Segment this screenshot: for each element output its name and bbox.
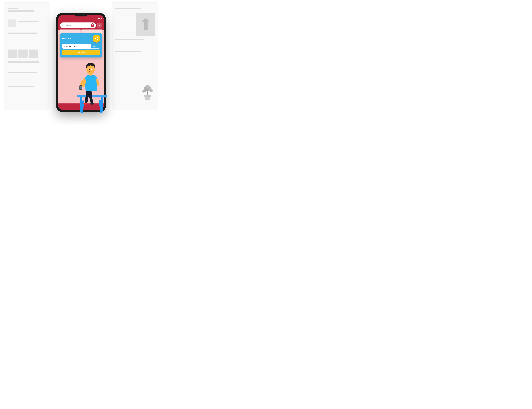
bar-2 [62,18,62,19]
svg-rect-32 [80,86,82,89]
svg-marker-11 [99,25,100,26]
svg-line-16 [96,39,97,40]
get-link-title: Get Link [62,37,72,40]
phone-camera [83,14,84,15]
svg-point-30 [94,70,95,70]
svg-line-10 [93,26,93,26]
bar-4 [64,18,64,19]
right-image-placeholder [136,13,155,37]
get-link-header: Get Link [62,35,100,42]
bar-1 [61,19,61,19]
signal-bars-icon [61,18,64,19]
svg-point-25 [86,65,95,74]
left-wireframe-card [4,2,50,110]
url-copy-row[interactable]: https://MYLIN... COPY [62,44,100,49]
phone-body: https://mylink/ [56,13,106,112]
header-share-button[interactable] [97,23,102,28]
svg-point-8 [145,85,150,88]
svg-point-29 [92,69,92,70]
copy-button[interactable]: COPY [91,44,100,48]
search-icon[interactable] [91,23,94,27]
svg-point-12 [95,38,96,39]
svg-point-14 [97,39,98,40]
search-box[interactable]: https://mylink/ [60,22,96,28]
svg-point-13 [97,37,98,38]
url-display: https://MYLIN... [62,44,91,49]
bar-3 [63,18,63,19]
svg-point-23 [90,102,94,105]
battery-icon [98,18,101,19]
svg-point-22 [83,102,87,105]
svg-point-0 [145,18,146,19]
svg-rect-2 [144,95,151,97]
search-input[interactable]: https://mylink/ [62,24,90,26]
phone-notch [75,13,88,17]
plant-decoration [140,81,155,102]
phone-mockup: https://mylink/ [56,13,106,112]
battery-fill [98,18,100,19]
svg-line-15 [96,38,97,38]
share-icon-yellow [93,35,100,42]
character-illustration [75,52,111,115]
svg-point-28 [89,69,90,70]
right-wireframe-card [112,2,158,110]
